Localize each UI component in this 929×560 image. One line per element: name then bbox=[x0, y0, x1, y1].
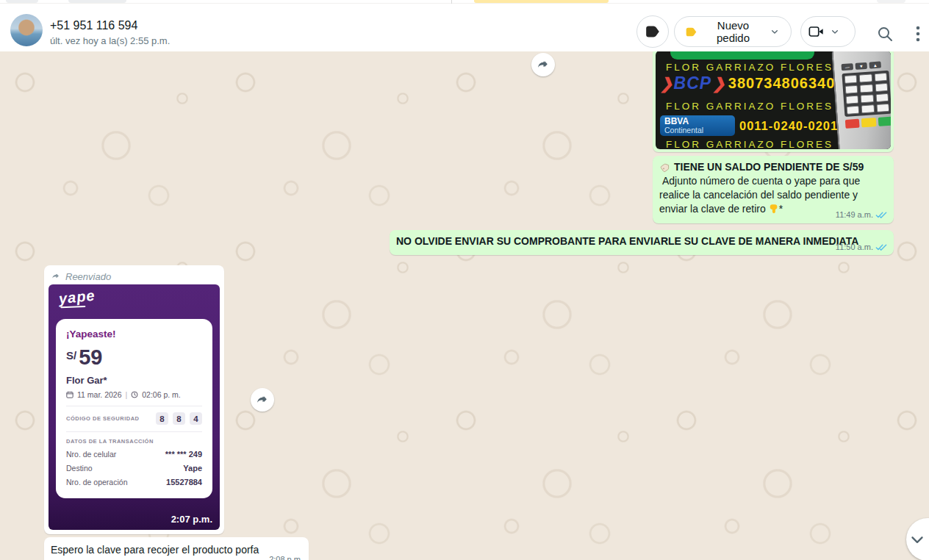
background-divider bbox=[451, 0, 452, 4]
message-body: Adjunto número de cuenta o yape para que… bbox=[659, 175, 863, 215]
message-time: 11:49 a.m. bbox=[836, 210, 873, 219]
message-time: 2:08 p.m. bbox=[269, 555, 303, 560]
read-double-check-icon bbox=[875, 243, 887, 251]
whatsapp-chat-window: +51 951 116 594 últ. vez hoy a la(s) 2:5… bbox=[0, 0, 929, 560]
last-seen-status: últ. vez hoy a la(s) 2:55 p.m. bbox=[50, 35, 170, 46]
message-body-tail: * bbox=[779, 203, 783, 215]
calendar-icon bbox=[66, 391, 73, 398]
transaction-row: Nro. de operación 15527884 bbox=[66, 478, 202, 487]
search-button[interactable] bbox=[875, 24, 895, 44]
read-double-check-icon bbox=[875, 210, 887, 219]
menu-button[interactable] bbox=[910, 24, 926, 44]
label-emoji bbox=[659, 162, 671, 173]
forward-icon bbox=[255, 392, 270, 407]
receipt-recipient: Flor Gar* bbox=[66, 375, 202, 386]
receipt-date: 11 mar. 2026 bbox=[77, 390, 122, 399]
transaction-row: Nro. de celular *** *** 249 bbox=[66, 450, 202, 459]
chevron-down-icon bbox=[769, 26, 781, 37]
account-owner: FLOR GARRIAZO FLORES bbox=[660, 62, 839, 73]
message-meta: 11:49 a.m. bbox=[836, 210, 887, 219]
amount-value: 59 bbox=[79, 347, 102, 368]
contact-name[interactable]: +51 951 116 594 bbox=[50, 19, 137, 32]
order-label-text: Nuevo pedido bbox=[703, 19, 763, 44]
receipt-time: 02:06 p. m. bbox=[142, 390, 181, 399]
bcp-logo-chevron: ❯ bbox=[660, 76, 673, 91]
transaction-row: Destino Yape bbox=[66, 464, 202, 473]
receipt-amount: S/ 59 bbox=[66, 347, 202, 368]
yape-receipt-image: yape ¡Yapeaste! S/ 59 Flor Gar* 11 mar. … bbox=[49, 284, 220, 530]
pointing-down-emoji bbox=[769, 202, 779, 215]
bcp-logo: BCP bbox=[674, 75, 712, 92]
background-window-strip bbox=[0, 0, 929, 4]
account-owner: FLOR GARRIAZO FLORES bbox=[660, 139, 839, 149]
avatar[interactable] bbox=[10, 14, 43, 46]
currency: S/ bbox=[66, 349, 76, 362]
green-banner bbox=[670, 51, 814, 60]
reminder-message[interactable]: NO OLVIDE ENVIAR SU COMPROBANTE PARA ENV… bbox=[390, 230, 894, 255]
waiting-message[interactable]: Espero la clave para recojer el producto… bbox=[44, 537, 309, 560]
video-call-button[interactable] bbox=[800, 16, 856, 47]
background-highlight bbox=[474, 0, 609, 3]
background-chip bbox=[68, 0, 126, 3]
forward-icon bbox=[536, 57, 550, 72]
chevron-down-icon bbox=[829, 26, 841, 37]
clock-icon bbox=[131, 391, 138, 398]
label-tag-icon bbox=[645, 24, 661, 40]
message-text: NO OLVIDE ENVIAR SU COMPROBANTE PARA ENV… bbox=[396, 235, 858, 247]
forwarded-label: Reenviado bbox=[65, 271, 111, 282]
message-meta: 11:50 a.m. bbox=[836, 243, 887, 251]
receipt-datetime: 11 mar. 2026 | 02:06 p. m. bbox=[66, 390, 202, 399]
bank-card-image: FLOR GARRIAZO FLORES ❯BCP❯ 3807348063402… bbox=[656, 51, 891, 149]
chat-header: +51 951 116 594 últ. vez hoy a la(s) 2:5… bbox=[0, 4, 929, 51]
message-meta: 2:08 p.m. bbox=[269, 555, 303, 560]
video-camera-icon bbox=[808, 25, 825, 38]
bbva-logo: BBVA Continental bbox=[660, 115, 735, 136]
yape-receipt-card: ¡Yapeaste! S/ 59 Flor Gar* 11 mar. 2026 … bbox=[56, 319, 212, 498]
bcp-account-row: ❯BCP❯ 38073480634024 bbox=[660, 75, 853, 92]
order-label-button[interactable]: Nuevo pedido bbox=[674, 16, 792, 47]
image-sent-time: 2:07 p.m. bbox=[171, 514, 212, 525]
pending-balance-message[interactable]: TIENE UN SALDO PENDIENTE DE S/59 Adjunto… bbox=[653, 156, 894, 223]
pos-terminal-graphic: —▼▲ bbox=[831, 51, 891, 149]
message-time: 11:50 a.m. bbox=[836, 243, 873, 251]
forwarded-receipt-message[interactable]: Reenviado yape ¡Yapeaste! S/ 59 Flor Gar… bbox=[44, 265, 224, 534]
background-chip bbox=[6, 0, 38, 3]
message-text: Espero la clave para recojer el producto… bbox=[51, 544, 259, 556]
scroll-to-bottom-button[interactable] bbox=[906, 518, 929, 560]
security-code-row: CÓDIGO DE SEGURIDAD 8 8 4 bbox=[66, 412, 202, 425]
forwarded-icon bbox=[50, 271, 62, 281]
forward-message-button[interactable] bbox=[251, 388, 274, 412]
security-code-label: CÓDIGO DE SEGURIDAD bbox=[66, 415, 140, 422]
order-label-tag-icon bbox=[685, 26, 697, 38]
security-code: 8 8 4 bbox=[156, 412, 202, 425]
account-owner: FLOR GARRIAZO FLORES bbox=[660, 101, 839, 112]
yape-logo: yape bbox=[58, 287, 96, 307]
message-title: TIENE UN SALDO PENDIENTE DE S/59 bbox=[659, 160, 887, 174]
receipt-title: ¡Yapeaste! bbox=[66, 329, 202, 340]
chevron-down-icon bbox=[908, 530, 927, 549]
bcp-logo-chevron: ❯ bbox=[712, 76, 725, 91]
labels-button[interactable] bbox=[636, 15, 669, 48]
chat-area: FLOR GARRIAZO FLORES ❯BCP❯ 3807348063402… bbox=[0, 51, 929, 560]
transaction-data-label: DATOS DE LA TRANSACCIÓN bbox=[66, 438, 202, 445]
bank-card-image-message[interactable]: FLOR GARRIAZO FLORES ❯BCP❯ 3807348063402… bbox=[653, 51, 894, 152]
background-chip bbox=[877, 0, 905, 3]
forwarded-row: Reenviado bbox=[49, 268, 220, 284]
forward-message-button[interactable] bbox=[531, 53, 555, 76]
